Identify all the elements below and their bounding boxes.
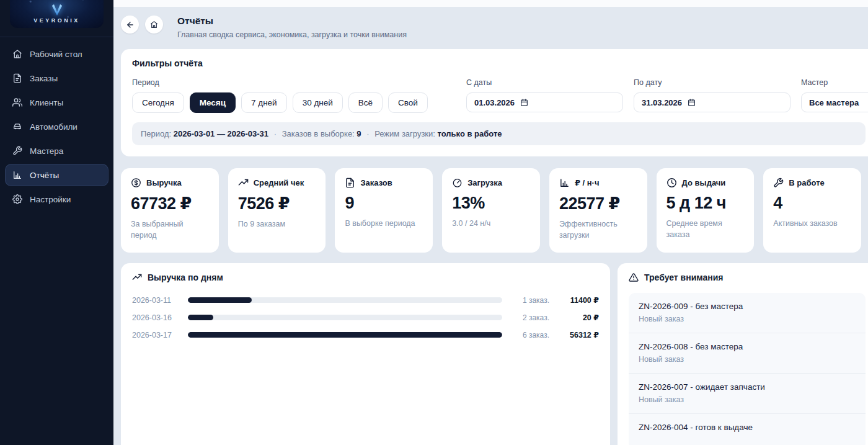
users-icon: [12, 97, 22, 107]
revenue-by-day-chart: Выручка по дням 2026-03-11 1 заказ. 1140…: [121, 263, 610, 445]
sidebar: VEYRONIX Рабочий стол Заказы Клиенты Авт…: [0, 0, 113, 445]
sidebar-item-desktop[interactable]: Рабочий стол: [5, 43, 108, 65]
sidebar-item-settings[interactable]: Настройки: [5, 188, 108, 210]
kpi-label: ₽ / н·ч: [575, 178, 600, 187]
kpi-card-in-progress: В работе 4 Активных заказов: [763, 168, 861, 253]
period-button-custom[interactable]: Свой: [388, 92, 428, 113]
date-to-label: По дату: [634, 78, 801, 87]
kpi-label: Выручка: [146, 178, 182, 187]
summary-mode-label: Режим загрузки:: [374, 129, 435, 138]
period-label: Период: [132, 78, 466, 87]
attention-item[interactable]: ZN-2026-008 - без мастера Новый заказ: [629, 333, 866, 374]
calendar-icon: [520, 99, 528, 107]
home-button[interactable]: [145, 16, 163, 34]
kpi-sublabel: За выбранный период: [131, 219, 209, 241]
date-to-input[interactable]: 31.03.2026: [634, 92, 790, 112]
chart-bar: [188, 315, 213, 320]
kpi-value: 7526 ₽: [238, 194, 316, 214]
chart-row-orders: 6 заказ.: [511, 331, 549, 339]
kpi-sublabel: 3.0 / 24 н/ч: [452, 218, 530, 230]
chart-row: 2026-03-11 1 заказ. 11400 ₽: [132, 295, 599, 305]
period-button-month[interactable]: Месяц: [190, 92, 236, 113]
wrench-icon: [12, 146, 22, 156]
kpi-label: До выдачи: [682, 178, 726, 187]
period-button-all[interactable]: Всё: [348, 92, 383, 113]
summary-orders-label: Заказов в выборке:: [282, 129, 355, 138]
sidebar-item-orders[interactable]: Заказы: [5, 67, 108, 89]
chart-row-value: 56312 ₽: [549, 330, 599, 339]
attention-item[interactable]: ZN-2026-009 - без мастера Новый заказ: [629, 293, 866, 333]
kpi-sublabel: Среднее время заказа: [666, 218, 745, 240]
gear-icon: [12, 194, 22, 204]
summary-separator: ·: [274, 129, 277, 138]
kpi-value: 67732 ₽: [131, 194, 209, 214]
attention-item[interactable]: ZN-2026-007 - ожидает запчасти Новый зак…: [629, 374, 866, 414]
file-text-icon: [12, 73, 22, 83]
kpi-sublabel: Активных заказов: [773, 218, 851, 230]
chart-row-value: 20 ₽: [549, 313, 599, 322]
attention-list: ZN-2026-009 - без мастера Новый заказ ZN…: [629, 293, 866, 445]
period-filter-group: Период Сегодня Месяц 7 дней 30 дней Всё …: [132, 78, 466, 113]
chart-bar-track: [188, 297, 502, 303]
sidebar-nav: Рабочий стол Заказы Клиенты Автомобили М…: [0, 43, 113, 212]
master-filter-group: Мастер Все мастера: [801, 78, 868, 113]
calendar-icon: [688, 99, 696, 107]
period-button-today[interactable]: Сегодня: [132, 92, 184, 113]
attention-item-status: Новый заказ: [639, 395, 856, 404]
chart-row-orders: 1 заказ.: [511, 296, 549, 305]
kpi-label: Заказов: [360, 178, 392, 187]
home-icon: [150, 20, 158, 29]
kpi-value: 22577 ₽: [559, 194, 637, 214]
bar-chart-icon: [12, 170, 22, 180]
attention-item[interactable]: ZN-2026-004 - готов к выдаче: [629, 414, 866, 445]
attention-title: Требует внимания: [644, 272, 723, 282]
veyronix-logo: VEYRONIX: [10, 0, 104, 28]
kpi-sublabel: В выборке периода: [345, 218, 423, 230]
filters-title: Фильтры отчёта: [132, 58, 866, 68]
kpi-label: Средний чек: [254, 178, 304, 187]
summary-mode-value: только в работе: [438, 129, 502, 138]
trend-up-icon: [238, 178, 249, 188]
summary-period-label: Период:: [141, 129, 171, 138]
attention-item-status: Новый заказ: [639, 355, 856, 364]
bar-chart-icon: [559, 178, 570, 188]
sidebar-item-reports[interactable]: Отчёты: [5, 164, 108, 186]
period-button-30days[interactable]: 30 дней: [293, 92, 343, 113]
sidebar-item-label: Клиенты: [30, 98, 63, 107]
summary-separator: ·: [366, 129, 369, 138]
kpi-value: 9: [345, 194, 423, 213]
top-strip: [113, 0, 868, 7]
summary-period-value: 2026-03-01 — 2026-03-31: [174, 129, 268, 138]
document-icon: [345, 178, 355, 188]
attention-panel: Требует внимания ZN-2026-009 - без масте…: [618, 263, 868, 445]
sidebar-item-clients[interactable]: Клиенты: [5, 91, 108, 114]
kpi-sublabel: Эффективность загрузки: [559, 219, 637, 241]
logo-text: VEYRONIX: [33, 17, 80, 24]
arrow-left-icon: [126, 20, 135, 29]
back-button[interactable]: [121, 16, 139, 34]
kpi-card-load: Загрузка 13% 3.0 / 24 н/ч: [442, 168, 540, 253]
sidebar-item-label: Заказы: [30, 74, 58, 83]
warning-triangle-icon: [629, 272, 639, 282]
sidebar-item-label: Мастера: [30, 146, 63, 156]
master-select[interactable]: Все мастера: [801, 92, 868, 112]
summary-orders-value: 9: [356, 129, 361, 138]
master-selected-value: Все мастера: [809, 98, 859, 107]
filter-summary: Период: 2026-03-01 — 2026-03-31 · Заказо…: [132, 122, 866, 145]
home-icon: [12, 49, 22, 59]
kpi-row: Выручка 67732 ₽ За выбранный период Сред…: [121, 168, 861, 253]
sidebar-item-masters[interactable]: Мастера: [5, 140, 108, 162]
chart-bar: [188, 332, 502, 338]
sidebar-item-label: Настройки: [30, 195, 71, 204]
chart-row-date: 2026-03-16: [132, 313, 183, 322]
content: Отчёты Главная сводка сервиса, экономика…: [113, 7, 868, 445]
page-title: Отчёты: [177, 16, 407, 27]
kpi-value: 5 д 12 ч: [666, 194, 745, 213]
sidebar-item-cars[interactable]: Автомобили: [5, 115, 108, 138]
kpi-card-efficiency: ₽ / н·ч 22577 ₽ Эффективность загрузки: [549, 168, 647, 253]
sidebar-item-label: Рабочий стол: [30, 50, 82, 59]
chart-row-orders: 2 заказ.: [511, 313, 549, 322]
chart-row: 2026-03-16 2 заказ. 20 ₽: [132, 313, 599, 322]
period-button-7days[interactable]: 7 дней: [241, 92, 287, 113]
date-from-input[interactable]: 01.03.2026: [466, 92, 623, 112]
